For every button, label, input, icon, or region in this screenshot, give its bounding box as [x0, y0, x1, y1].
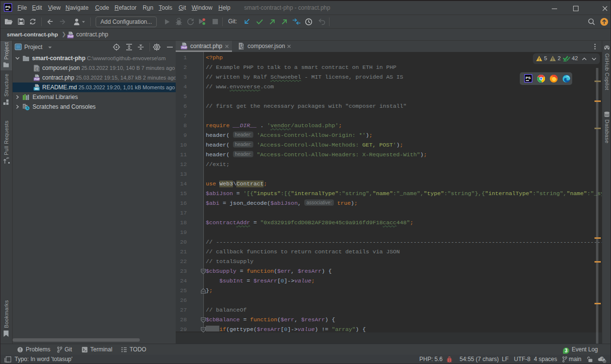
svg-text:PHP: PHP — [34, 78, 40, 81]
svg-text:PHP: PHP — [68, 35, 74, 38]
svg-text:MD: MD — [34, 87, 38, 90]
svg-text:{}: {} — [35, 66, 40, 71]
svg-text:PS: PS — [526, 76, 531, 80]
svg-text:PS: PS — [5, 5, 11, 9]
svg-text:PHP: PHP — [182, 46, 187, 49]
